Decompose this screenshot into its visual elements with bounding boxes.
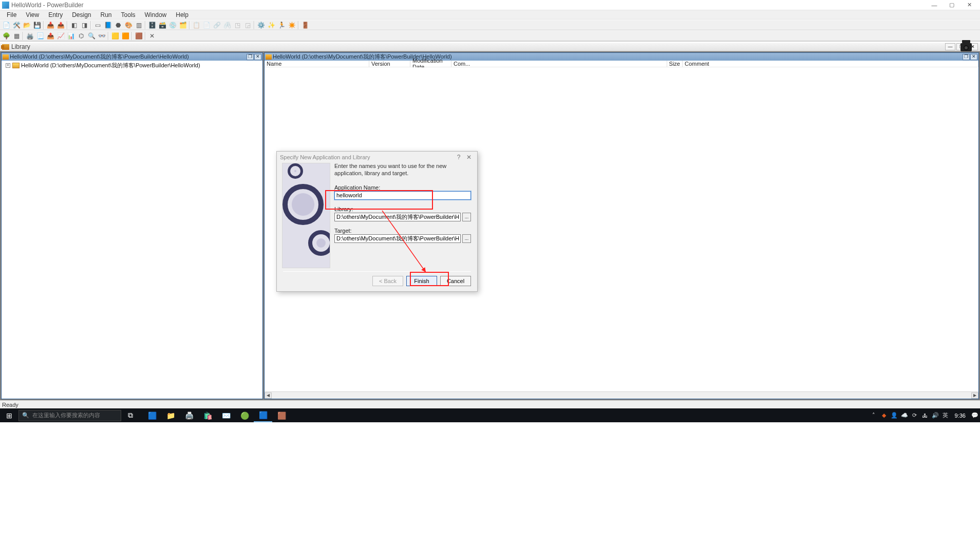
horizontal-scrollbar[interactable]: ◀ ▶	[265, 391, 978, 399]
printer-icon[interactable]: 🖨️	[180, 408, 198, 422]
tray-volume-icon[interactable]: 🔊	[930, 410, 940, 421]
chart2-icon[interactable]: 📊	[66, 31, 76, 41]
child-maximize-button[interactable]: ❐	[247, 54, 254, 60]
db4-icon[interactable]: 🗂️	[178, 21, 187, 30]
wand-icon[interactable]: ✨	[267, 21, 276, 30]
col-com[interactable]: Com...	[451, 61, 667, 67]
library-list-titlebar[interactable]: HelloWorld (D:\others\MyDocument\我的博客\Po…	[265, 53, 978, 61]
dialog-help-button[interactable]: ?	[454, 154, 464, 161]
painter-toolbar: 🌳 ▦ 🖨️ 📃 📤 📈 📊 ⌬ 🔍 👓 🟨 🟧 🟫 ✕	[0, 30, 980, 41]
db-icon[interactable]: 🗄️	[147, 21, 157, 30]
tray-network-icon[interactable]: 🖧	[920, 410, 930, 421]
menu-window[interactable]: Window	[140, 11, 172, 18]
menu-design[interactable]: Design	[67, 11, 96, 18]
boxy-icon[interactable]: 🟫	[134, 31, 143, 41]
new-icon[interactable]: 📄	[2, 21, 11, 30]
dialog-close-button[interactable]: ✕	[464, 154, 474, 161]
library-browse-button[interactable]: ...	[462, 213, 471, 221]
book-icon[interactable]: 📘	[103, 21, 112, 30]
window-icon[interactable]: ▭	[93, 21, 102, 30]
edge-icon[interactable]: 🟦	[143, 408, 161, 422]
library-panel-label: Library	[11, 43, 30, 50]
list-header[interactable]: Name Version Modification Date Com... Si…	[265, 61, 978, 67]
status-text: Ready	[2, 402, 18, 408]
col-comment[interactable]: Comment	[683, 61, 978, 67]
toolbar-separator	[298, 21, 299, 29]
window-minimize-button[interactable]: —	[926, 1, 943, 10]
menu-entry[interactable]: Entry	[44, 11, 67, 18]
menu-view[interactable]: View	[21, 11, 44, 18]
exit-icon[interactable]: 🚪	[300, 21, 310, 30]
cube-icon[interactable]: ◧	[69, 21, 79, 30]
window-close-button[interactable]: ✕	[960, 1, 978, 10]
taskbar-search[interactable]: 🔍 在这里输入你要搜索的内容	[18, 410, 121, 421]
tree-expand-icon[interactable]: +	[6, 63, 10, 68]
debug-icon[interactable]: ⬣	[114, 21, 123, 30]
db2-icon[interactable]: 🗃️	[158, 21, 167, 30]
menu-file[interactable]: File	[2, 11, 21, 18]
col-modification[interactable]: Modification Date	[410, 61, 451, 67]
tray-notifications-icon[interactable]: 💬	[970, 410, 980, 421]
tree-root-node[interactable]: + HelloWorld (D:\others\MyDocument\我的博客\…	[3, 62, 261, 69]
panel-minimize-button[interactable]: —	[945, 43, 955, 50]
library-tree[interactable]: + HelloWorld (D:\others\MyDocument\我的博客\…	[2, 61, 262, 399]
start-button[interactable]: ⊞	[0, 408, 18, 422]
doc-icon[interactable]: 📃	[35, 31, 45, 41]
import-icon[interactable]: 📥	[46, 21, 55, 30]
child-close-button[interactable]: ✕	[254, 54, 261, 60]
dialog-titlebar[interactable]: Specify New Application and Library ? ✕	[277, 152, 477, 163]
find-icon[interactable]: 🔍	[87, 31, 96, 41]
terminal-icon[interactable]: ▥	[134, 21, 143, 30]
scroll-right-icon[interactable]: ▶	[971, 392, 978, 399]
powerbuilder-taskbar-icon[interactable]: 🟦	[254, 408, 272, 422]
gear-icon[interactable]: ⚙️	[256, 21, 266, 30]
col-version[interactable]: Version	[369, 61, 410, 67]
grid-icon[interactable]: ▦	[12, 31, 21, 41]
mail-icon[interactable]: ✉️	[217, 408, 235, 422]
cube3-icon[interactable]: 🟧	[121, 31, 130, 41]
save-icon[interactable]: 💾	[32, 21, 42, 30]
print-icon[interactable]: 🖨️	[25, 31, 34, 41]
db3-icon[interactable]: 💿	[168, 21, 177, 30]
toolbar-separator	[67, 21, 68, 29]
tray-cloud-icon[interactable]: ☁️	[899, 410, 910, 421]
taskview-icon[interactable]: ⧉	[121, 408, 140, 422]
menu-help[interactable]: Help	[171, 11, 193, 18]
scroll-left-icon[interactable]: ◀	[265, 392, 272, 399]
library-folder-icon	[3, 54, 9, 60]
export-icon[interactable]: 📤	[56, 21, 65, 30]
paste-icon: 📄	[202, 21, 211, 30]
stop-icon[interactable]: ✴️	[287, 21, 296, 30]
app-icon[interactable]: 🟫	[272, 408, 291, 422]
taskbar-clock[interactable]: 9:36	[951, 413, 970, 419]
child-close-button[interactable]: ✕	[970, 54, 977, 60]
explorer-icon[interactable]: 📁	[161, 408, 180, 422]
glasses-icon[interactable]: 👓	[97, 31, 106, 41]
store-icon[interactable]: 🛍️	[198, 408, 217, 422]
window-maximize-button[interactable]: ▢	[943, 1, 960, 10]
paint-icon[interactable]: 🎨	[124, 21, 133, 30]
tray-up-icon[interactable]: ˄	[869, 410, 879, 421]
col-size[interactable]: Size	[667, 61, 683, 67]
tray-ime-icon[interactable]: 英	[940, 410, 951, 421]
tray-people-icon[interactable]: 👤	[889, 410, 899, 421]
tab-close-icon[interactable]: ✕	[147, 31, 157, 41]
docexp-icon[interactable]: 📤	[46, 31, 55, 41]
tray-app1-icon[interactable]: ◆	[879, 410, 889, 421]
run-icon[interactable]: 🏃	[277, 21, 286, 30]
cube2-icon[interactable]: 🟨	[110, 31, 120, 41]
child-maximize-button[interactable]: ❐	[963, 54, 970, 60]
chrome-icon[interactable]: 🟢	[235, 408, 254, 422]
open-icon[interactable]: 🛠️	[12, 21, 21, 30]
cubes-icon[interactable]: ◨	[80, 21, 89, 30]
chart-icon[interactable]: 📈	[56, 31, 65, 41]
struct-icon[interactable]: ⌬	[77, 31, 86, 41]
tree-icon[interactable]: 🌳	[2, 31, 11, 41]
menu-run[interactable]: Run	[96, 11, 117, 18]
tray-update-icon[interactable]: ⟳	[910, 410, 920, 421]
library-tree-titlebar[interactable]: HelloWorld (D:\others\MyDocument\我的博客\Po…	[2, 53, 262, 61]
target-browse-button[interactable]: ...	[462, 234, 471, 243]
col-name[interactable]: Name	[265, 61, 369, 67]
folder-open-icon[interactable]: 📂	[22, 21, 31, 30]
menu-tools[interactable]: Tools	[117, 11, 140, 18]
